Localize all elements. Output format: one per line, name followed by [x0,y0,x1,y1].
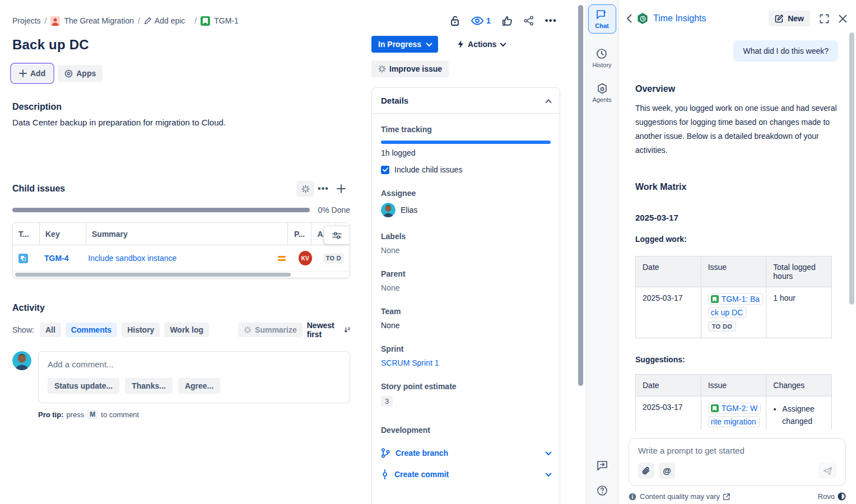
help-button[interactable] [597,485,608,496]
include-child-issues-label: Include child issues [394,165,462,174]
rail-chat-tab[interactable]: Chat [588,4,616,34]
improve-issue-button[interactable]: Improve issue [371,60,449,77]
current-user-avatar[interactable] [12,351,31,370]
chevron-up-icon [545,99,551,105]
col-summary[interactable]: Summary [86,223,288,245]
status-dropdown[interactable]: In Progress [371,36,438,53]
send-button[interactable] [818,463,836,479]
expand-button[interactable] [820,14,829,24]
attach-button[interactable] [638,463,654,479]
back-button[interactable] [626,14,632,23]
priority-medium-icon[interactable] [278,256,286,261]
mention-button[interactable]: @ [659,463,675,479]
filter-history[interactable]: History [122,323,160,337]
add-epic-label: Add epic [155,16,185,25]
new-chat-button[interactable]: New [769,11,810,26]
apps-button[interactable]: Apps [58,65,103,82]
help-icon [597,485,608,496]
sliders-icon [332,231,342,240]
issue-link-chip[interactable]: TGM-2: W [708,403,761,414]
prompt-input[interactable]: Write a prompt to get started @ [629,438,846,486]
table-horizontal-scrollbar[interactable] [13,271,350,278]
add-child-issue-button[interactable] [332,181,350,197]
details-panel-header[interactable]: Details [372,88,560,114]
comment-input[interactable]: Add a comment... Status update... Thanks… [38,351,350,403]
child-status-badge[interactable]: TO D [323,253,344,263]
create-branch-button[interactable]: Create branch [381,448,551,458]
assignee-value[interactable]: Elias [381,203,551,217]
labels-value[interactable]: None [381,246,551,255]
paperclip-icon [642,466,650,475]
breadcrumb-issue-key[interactable]: TGM-1 [214,16,239,25]
child-issue-summary[interactable]: Include sandbox instance [88,254,176,263]
sugg-date: 2025-03-17 [636,396,701,431]
col-key[interactable]: Key [40,223,86,245]
quick-reply-status-update[interactable]: Status update... [48,378,119,394]
story-icon [201,16,210,26]
column-config-button[interactable] [324,226,350,245]
app-root: Projects / The Great Migration / Add epi… [0,0,856,504]
thumbs-up-icon [502,16,513,26]
issue-link-chip[interactable]: ck up DC [708,307,747,318]
time-tracking-logged: 1h logged [381,148,551,157]
quick-reply-thanks[interactable]: Thanks... [125,378,173,394]
col-priority[interactable]: P... [288,223,311,245]
add-epic-button[interactable]: Add epic [144,16,185,25]
assignee-avatar[interactable]: KV [299,251,312,265]
main-scrollbar[interactable] [576,0,585,504]
vote-button[interactable] [502,16,513,26]
breadcrumb-separator: / [194,16,197,25]
story-points-value[interactable]: 3 [381,396,393,407]
filter-all[interactable]: All [40,323,61,337]
table-row: 2025-03-17 TGM-2: W rite migration [636,396,832,431]
chat-footer: Write a prompt to get started @ Content … [618,430,856,504]
issue-link-chip[interactable]: rite migration [708,416,760,427]
time-tracking-label[interactable]: Time tracking [381,125,551,134]
child-issue-key[interactable]: TGM-4 [44,254,69,263]
close-button[interactable] [839,15,847,23]
filter-comments[interactable]: Comments [66,323,117,337]
description-text[interactable]: Data Center backup in preparation for mi… [12,118,350,127]
child-progress-label: 0% Done [318,206,350,214]
child-issues-more-button[interactable]: ••• [314,181,332,197]
include-child-issues-checkbox[interactable]: Include child issues [381,165,551,174]
chat-sparkle-icon [596,10,608,20]
issue-view: Projects / The Great Migration / Add epi… [0,0,576,504]
rail-history-tab[interactable]: History [592,48,611,68]
breadcrumb-projects[interactable]: Projects [12,16,41,25]
filter-worklog[interactable]: Work log [164,323,209,337]
quick-reply-agree[interactable]: Agree... [178,378,220,394]
chat-panel: Time Insights New What did I do this wee… [618,0,856,504]
external-link-icon [723,493,730,500]
issue-link-chip[interactable]: TGM-1: Ba [708,293,763,305]
summarize-button[interactable]: Summarize [238,323,303,337]
logged-date: 2025-03-17 [636,287,701,338]
add-button[interactable]: Add [12,65,52,82]
rail-agents-tab[interactable]: Agents [592,83,611,103]
share-button[interactable] [524,16,534,26]
table-row[interactable]: TGM-4 Include sandbox instance KV TO D [13,245,350,271]
team-value[interactable]: None [381,321,551,330]
actions-dropdown[interactable]: Actions [450,36,512,53]
breadcrumb-project[interactable]: The Great Migration [64,16,134,25]
lock-open-icon[interactable] [450,15,460,26]
ai-suggest-button[interactable] [296,181,314,197]
sprint-value[interactable]: SCRUM Sprint 1 [381,358,439,367]
sort-button[interactable]: Newest first [307,321,350,339]
chat-scrollbar[interactable] [849,32,854,305]
chat-agent-title[interactable]: Time Insights [653,13,706,24]
disclaimer-text[interactable]: Content quality may vary [640,492,720,501]
page-title[interactable]: Back up DC [12,37,350,53]
parent-value[interactable]: None [381,283,551,292]
suggestions-label: Suggestions: [635,355,838,364]
sugg-col-issue: Issue [701,375,766,396]
watch-button[interactable]: 1 [471,16,491,25]
chevron-down-icon [545,470,551,477]
time-tracking-bar[interactable] [381,141,551,144]
assignee-label: Assignee [381,189,551,198]
feedback-button[interactable] [597,460,608,470]
more-actions-button[interactable]: ••• [545,16,557,26]
compose-icon [775,14,784,23]
create-commit-button[interactable]: Create commit [381,469,551,479]
col-type[interactable]: T... [13,223,40,245]
